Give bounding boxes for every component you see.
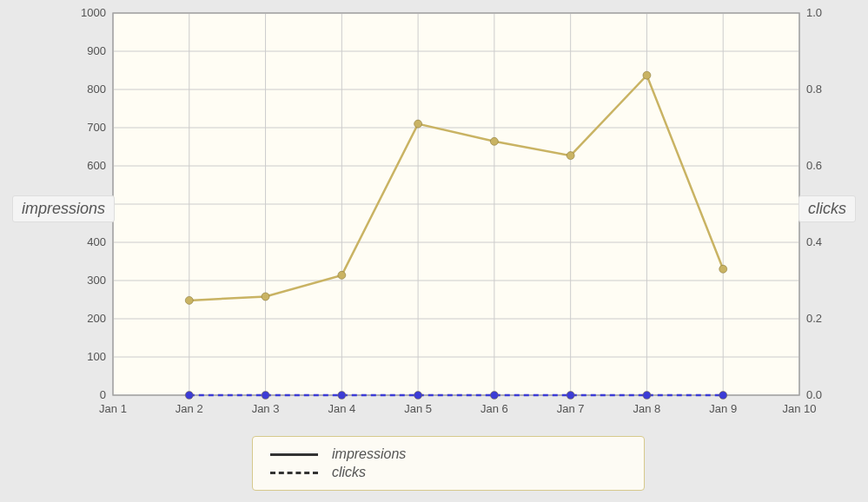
legend-swatch-solid	[270, 453, 318, 456]
svg-point-63	[567, 392, 574, 400]
svg-point-56	[643, 71, 651, 79]
svg-text:200: 200	[87, 312, 106, 325]
svg-text:0: 0	[100, 388, 106, 401]
svg-text:400: 400	[87, 235, 106, 248]
svg-point-52	[338, 271, 346, 279]
svg-text:300: 300	[87, 274, 106, 287]
svg-text:0.6: 0.6	[806, 159, 822, 172]
svg-text:0.0: 0.0	[806, 388, 822, 401]
svg-point-54	[490, 137, 498, 145]
svg-text:Jan 5: Jan 5	[404, 402, 432, 415]
svg-point-58	[185, 392, 193, 400]
svg-point-61	[414, 392, 422, 400]
svg-text:Jan 9: Jan 9	[709, 402, 737, 415]
svg-text:Jan 6: Jan 6	[480, 402, 508, 415]
chart-container: Jan 1Jan 2Jan 3Jan 4Jan 5Jan 6Jan 7Jan 8…	[0, 0, 868, 502]
svg-point-59	[262, 392, 269, 400]
svg-text:1000: 1000	[81, 6, 106, 19]
svg-point-60	[338, 392, 346, 400]
svg-text:Jan 1: Jan 1	[99, 402, 127, 415]
legend-item-clicks: clicks	[270, 465, 618, 480]
svg-text:Jan 2: Jan 2	[176, 402, 203, 415]
svg-text:1.0: 1.0	[806, 6, 822, 19]
y-right-axis-label: clicks	[798, 195, 856, 222]
svg-point-50	[185, 296, 193, 304]
svg-point-53	[414, 120, 422, 128]
svg-text:700: 700	[87, 121, 106, 134]
line-chart-svg: Jan 1Jan 2Jan 3Jan 4Jan 5Jan 6Jan 7Jan 8…	[0, 0, 868, 502]
svg-point-57	[719, 265, 727, 273]
y-left-axis-label: impressions	[12, 195, 115, 222]
svg-point-64	[643, 392, 651, 400]
svg-text:600: 600	[87, 159, 106, 172]
svg-point-51	[262, 293, 269, 301]
svg-text:0.8: 0.8	[806, 83, 822, 96]
svg-text:Jan 10: Jan 10	[782, 402, 816, 415]
legend-label: impressions	[332, 446, 406, 462]
legend-swatch-dashed	[270, 472, 318, 474]
svg-text:Jan 8: Jan 8	[633, 402, 661, 415]
svg-text:0.4: 0.4	[806, 235, 822, 248]
legend-label: clicks	[332, 465, 366, 480]
svg-text:0.2: 0.2	[806, 312, 822, 325]
svg-point-65	[719, 392, 727, 400]
svg-text:800: 800	[87, 83, 106, 96]
svg-text:100: 100	[87, 350, 106, 363]
legend-item-impressions: impressions	[270, 446, 618, 462]
svg-text:900: 900	[87, 44, 106, 57]
svg-text:Jan 7: Jan 7	[557, 402, 585, 415]
svg-text:Jan 3: Jan 3	[252, 402, 280, 415]
svg-point-55	[567, 152, 574, 160]
svg-text:Jan 4: Jan 4	[328, 402, 355, 415]
legend: impressions clicks	[252, 436, 645, 491]
svg-point-62	[490, 392, 498, 400]
